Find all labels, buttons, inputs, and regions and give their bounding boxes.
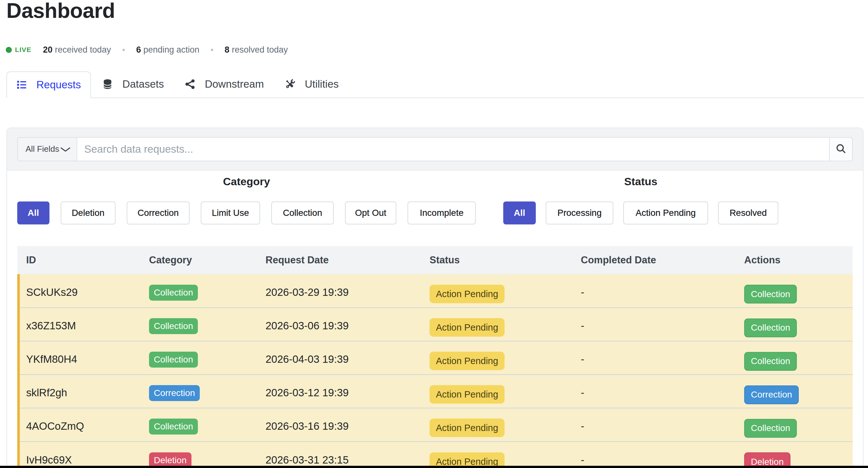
cell-actions: Collection bbox=[735, 274, 853, 308]
tab-requests[interactable]: Requests bbox=[6, 71, 91, 98]
stats-row: LIVE 20 received today 6 pending action … bbox=[6, 44, 864, 55]
stat-value: 20 bbox=[43, 45, 52, 55]
stat-label: received today bbox=[55, 45, 111, 55]
status-filter-action-pending[interactable]: Action Pending bbox=[623, 201, 708, 225]
category-badge: Collection bbox=[149, 285, 198, 301]
status-heading: Status bbox=[503, 175, 778, 188]
column-header-request-date: Request Date bbox=[256, 246, 421, 274]
category-badge: Collection bbox=[149, 419, 198, 435]
cell-status: Action Pending bbox=[421, 308, 572, 341]
list-icon bbox=[17, 80, 27, 90]
tab-label: Downstream bbox=[205, 78, 264, 90]
cell-status: Action Pending bbox=[421, 408, 572, 441]
category-filter-all[interactable]: All bbox=[17, 201, 50, 225]
category-filter-opt-out[interactable]: Opt Out bbox=[345, 201, 396, 225]
table-row: x36Z153M Collection 2026-03-06 19:39 Act… bbox=[17, 308, 853, 341]
live-label: LIVE bbox=[15, 46, 31, 54]
cell-id: sklRf2gh bbox=[17, 375, 140, 408]
dashboard-page: Dashboard LIVE 20 received today 6 pendi… bbox=[0, 0, 868, 468]
cell-category: Collection bbox=[140, 308, 256, 341]
status-badge: Action Pending bbox=[430, 285, 504, 303]
tab-label: Requests bbox=[36, 79, 81, 91]
cell-category: Collection bbox=[140, 341, 256, 375]
tab-utilities[interactable]: Utilities bbox=[275, 71, 348, 98]
requests-panel: All Fields bbox=[6, 128, 864, 468]
category-filter-deletion[interactable]: Deletion bbox=[61, 201, 116, 225]
cell-completed-date: - bbox=[572, 441, 735, 468]
column-header-actions: Actions bbox=[735, 246, 853, 274]
cell-request-date: 2026-03-06 19:39 bbox=[256, 308, 421, 341]
tab-label: Utilities bbox=[305, 78, 339, 90]
category-filter-correction[interactable]: Correction bbox=[127, 201, 190, 225]
cell-status: Action Pending bbox=[421, 341, 572, 375]
stat-value: 6 bbox=[136, 45, 141, 55]
status-filter-processing[interactable]: Processing bbox=[546, 201, 613, 225]
cell-actions: Deletion bbox=[735, 441, 853, 468]
search-icon bbox=[835, 143, 847, 155]
share-icon bbox=[185, 79, 195, 89]
cell-request-date: 2026-03-12 19:39 bbox=[256, 375, 421, 408]
status-filter-all[interactable]: All bbox=[503, 201, 536, 225]
search-input[interactable] bbox=[76, 137, 829, 161]
cell-actions: Collection bbox=[735, 341, 853, 375]
tab-datasets[interactable]: Datasets bbox=[93, 71, 173, 98]
tab-label: Datasets bbox=[122, 78, 164, 90]
column-header-id: ID bbox=[17, 246, 140, 274]
cell-request-date: 2026-04-03 19:39 bbox=[256, 341, 421, 375]
cell-request-date: 2026-03-31 23:15 bbox=[256, 441, 421, 468]
cell-id: IvH9c69X bbox=[17, 441, 140, 468]
category-filter-collection[interactable]: Collection bbox=[271, 201, 334, 225]
stat-received-today: 20 received today bbox=[43, 45, 111, 55]
tab-bar: Requests Datasets bbox=[6, 71, 864, 98]
status-badge: Action Pending bbox=[430, 385, 504, 404]
cell-category: Deletion bbox=[140, 441, 256, 468]
tbody-accent-bar bbox=[17, 274, 20, 468]
action-button[interactable]: Collection bbox=[744, 319, 797, 337]
cell-completed-date: - bbox=[572, 375, 735, 408]
category-badge: Correction bbox=[149, 385, 200, 401]
bottom-screen-edge-bar bbox=[0, 466, 868, 468]
cell-category: Correction bbox=[140, 375, 256, 408]
stat-label: resolved today bbox=[232, 45, 288, 55]
category-filter-limit-use[interactable]: Limit Use bbox=[201, 201, 260, 225]
table-header: ID Category Request Date Status Complete… bbox=[17, 246, 853, 274]
action-button[interactable]: Collection bbox=[744, 285, 797, 303]
cell-status: Action Pending bbox=[421, 274, 572, 308]
requests-table: ID Category Request Date Status Complete… bbox=[17, 246, 853, 468]
cell-actions: Collection bbox=[735, 408, 853, 441]
table-row: SCkUKs29 Collection 2026-03-29 19:39 Act… bbox=[17, 274, 853, 308]
status-badge: Action Pending bbox=[430, 419, 504, 437]
stat-separator-dot bbox=[123, 49, 125, 51]
page-title: Dashboard bbox=[6, 0, 864, 21]
category-filter-group: Category All Deletion Correction Limit U… bbox=[17, 175, 476, 225]
cell-id: x36Z153M bbox=[17, 308, 140, 341]
search-group: All Fields bbox=[17, 137, 853, 161]
cell-category: Collection bbox=[140, 408, 256, 441]
cell-actions: Correction bbox=[735, 375, 853, 408]
stat-pending-action: 6 pending action bbox=[136, 45, 199, 55]
status-filter-buttons: All Processing Action Pending Resolved bbox=[503, 201, 778, 225]
tab-downstream[interactable]: Downstream bbox=[176, 71, 274, 98]
table-row: IvH9c69X Deletion 2026-03-31 23:15 Actio… bbox=[17, 441, 853, 468]
table-row: sklRf2gh Correction 2026-03-12 19:39 Act… bbox=[17, 375, 853, 408]
chevron-down-icon bbox=[60, 144, 71, 154]
action-button[interactable]: Collection bbox=[744, 352, 797, 371]
database-icon bbox=[102, 79, 113, 89]
stat-resolved-today: 8 resolved today bbox=[225, 45, 288, 55]
stat-separator-dot bbox=[211, 49, 213, 51]
cell-completed-date: - bbox=[572, 408, 735, 441]
field-selector[interactable]: All Fields bbox=[17, 137, 76, 161]
category-heading: Category bbox=[17, 175, 476, 188]
cell-id: SCkUKs29 bbox=[17, 274, 140, 308]
cell-status: Action Pending bbox=[421, 441, 572, 468]
search-button[interactable] bbox=[829, 137, 853, 161]
status-badge: Action Pending bbox=[430, 352, 504, 370]
category-filter-incomplete[interactable]: Incomplete bbox=[407, 201, 476, 225]
requests-table-wrap: ID Category Request Date Status Complete… bbox=[17, 246, 853, 468]
stat-label: pending action bbox=[143, 45, 199, 55]
cell-status: Action Pending bbox=[421, 375, 572, 408]
action-button[interactable]: Collection bbox=[744, 419, 797, 438]
status-filter-resolved[interactable]: Resolved bbox=[718, 201, 778, 225]
cell-id: YKfM80H4 bbox=[17, 341, 140, 375]
action-button[interactable]: Correction bbox=[744, 386, 799, 404]
